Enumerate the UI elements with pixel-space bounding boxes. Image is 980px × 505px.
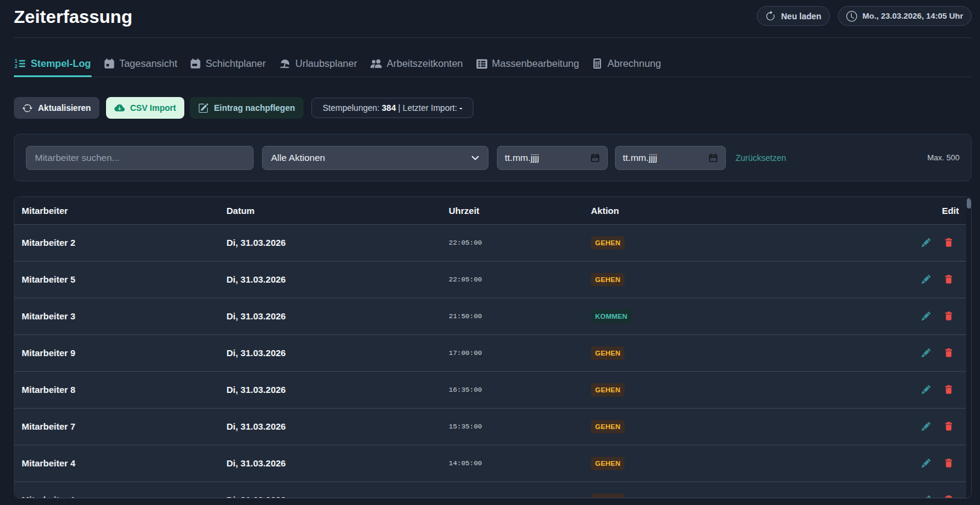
svg-text:2: 2 [14, 63, 17, 69]
